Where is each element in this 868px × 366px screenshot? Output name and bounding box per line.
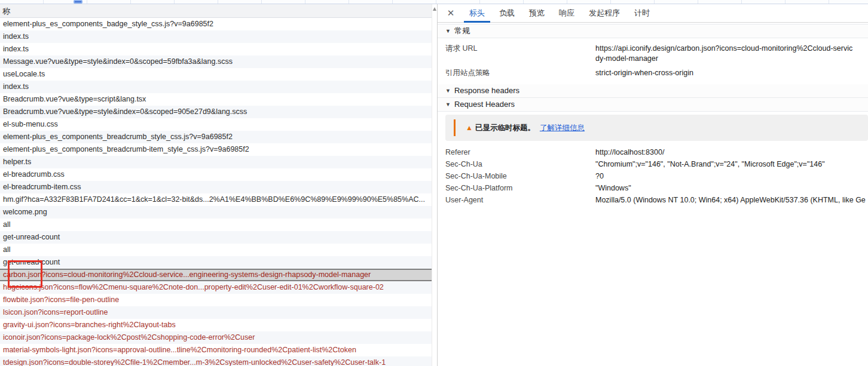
request-headers-list: Refererhttp://localhost:8300/Sec-Ch-Ua"C…: [438, 141, 868, 206]
header-name: Referer: [445, 146, 595, 158]
table-scrollbar[interactable]: [432, 4, 437, 366]
warning-accent-bar: [454, 119, 456, 136]
scroll-up-icon[interactable]: [433, 7, 436, 11]
table-row[interactable]: el-breadcrumb-item.css: [0, 181, 432, 193]
header-row: User-AgentMozilla/5.0 (Windows NT 10.0; …: [445, 194, 868, 206]
chevron-down-icon: ▼: [445, 98, 451, 111]
table-row[interactable]: el-sub-menu.css: [0, 118, 432, 131]
referrer-policy-label: 引用站点策略: [445, 68, 595, 78]
request-url-line1: https://api.iconify.design/carbon.json?i…: [595, 44, 868, 54]
warning-icon: ▲: [466, 124, 473, 132]
table-row[interactable]: Breadcrumb.vue?vue&type=style&index=0&sc…: [0, 106, 432, 118]
tab-计时[interactable]: 计时: [629, 4, 655, 23]
table-row[interactable]: get-unread-count: [0, 231, 432, 244]
section-response-headers[interactable]: ▼Response headers: [438, 84, 868, 98]
name-column-header[interactable]: 称: [0, 4, 432, 18]
table-row[interactable]: material-symbols-light.json?icons=approv…: [0, 344, 432, 356]
table-row[interactable]: useLocale.ts: [0, 68, 432, 81]
warning-text: 已显示临时标题。: [475, 123, 535, 133]
details-tabbar: ✕ 标头负载预览响应发起程序计时: [438, 4, 868, 23]
table-row[interactable]: iconoir.json?icons=package-lock%2Cpost%2…: [0, 331, 432, 344]
table-row[interactable]: Breadcrumb.vue?vue&type=script&lang.tsx: [0, 93, 432, 106]
chevron-down-icon: ▼: [445, 84, 451, 97]
header-row: Refererhttp://localhost:8300/: [445, 146, 868, 158]
tab-标头[interactable]: 标头: [464, 4, 490, 23]
table-row[interactable]: hugeicons.json?icons=flow%2Cmenu-square%…: [0, 281, 432, 294]
request-table-body: element-plus_es_components_badge_style_c…: [0, 18, 432, 366]
request-details-panel: ✕ 标头负载预览响应发起程序计时 ▼常规 请求 URL https://api.…: [437, 4, 868, 366]
table-row[interactable]: index.ts: [0, 43, 432, 56]
tab-负载[interactable]: 负载: [494, 4, 520, 23]
header-value: "Windows": [595, 182, 868, 194]
tab-发起程序[interactable]: 发起程序: [583, 4, 625, 23]
table-row[interactable]: welcome.png: [0, 206, 432, 219]
general-fields: 请求 URL https://api.iconify.design/carbon…: [438, 38, 868, 84]
table-row[interactable]: lsicon.json?icons=report-outline: [0, 306, 432, 319]
tab-响应[interactable]: 响应: [554, 4, 580, 23]
section-request-headers-title: Request Headers: [454, 100, 515, 109]
referrer-policy-row: 引用站点策略 strict-origin-when-cross-origin: [445, 68, 868, 78]
table-row[interactable]: tdesign.json?icons=double-storey%2Cfile-…: [0, 356, 432, 366]
top-strip: [0, 0, 868, 4]
close-icon[interactable]: ✕: [443, 5, 459, 21]
header-row: Sec-Ch-Ua-Platform"Windows": [445, 182, 868, 194]
table-row[interactable]: element-plus_es_components_badge_style_c…: [0, 18, 432, 30]
table-row[interactable]: flowbite.json?icons=file-pen-outline: [0, 294, 432, 306]
blue-marker: [74, 0, 82, 4]
header-name: User-Agent: [445, 194, 595, 206]
header-value: ?0: [595, 170, 868, 182]
header-name: Sec-Ch-Ua: [445, 158, 595, 170]
request-url-label: 请求 URL: [445, 44, 595, 64]
header-name: Sec-Ch-Ua-Mobile: [445, 170, 595, 182]
table-row[interactable]: helper.ts: [0, 156, 432, 168]
section-general[interactable]: ▼常规: [438, 24, 868, 38]
request-url-row: 请求 URL https://api.iconify.design/carbon…: [445, 44, 868, 64]
learn-more-link[interactable]: 了解详细信息: [540, 123, 585, 133]
table-row[interactable]: hm.gif?hca=A332F83B1FA7D241&cc=1&ck=1&cl…: [0, 193, 432, 206]
header-row: Sec-Ch-Ua-Mobile?0: [445, 170, 868, 182]
referrer-policy-value: strict-origin-when-cross-origin: [595, 68, 868, 78]
table-row[interactable]: el-breadcrumb.css: [0, 168, 432, 181]
header-name: Sec-Ch-Ua-Platform: [445, 182, 595, 194]
section-request-headers[interactable]: ▼Request Headers: [438, 98, 868, 112]
network-request-table: 称 element-plus_es_components_badge_style…: [0, 4, 432, 366]
request-url-value: https://api.iconify.design/carbon.json?i…: [595, 44, 868, 64]
header-row: Sec-Ch-Ua"Chromium";v="146", "Not-A.Bran…: [445, 158, 868, 170]
table-row[interactable]: index.ts: [0, 30, 432, 43]
header-value: "Chromium";v="146", "Not-A.Brand";v="24"…: [595, 158, 868, 170]
table-row[interactable]: all: [0, 244, 432, 256]
table-row[interactable]: element-plus_es_components_breadcrumb_st…: [0, 131, 432, 143]
section-response-headers-title: Response headers: [454, 86, 519, 95]
table-row[interactable]: carbon.json?icons=cloud-monitoring%2Cclo…: [0, 269, 432, 281]
header-value: http://localhost:8300/: [595, 146, 868, 158]
request-url-line2: dy-model-manager: [595, 54, 868, 64]
provisional-headers-warning: ▲ 已显示临时标题。 了解详细信息: [445, 115, 868, 141]
tab-预览[interactable]: 预览: [524, 4, 550, 23]
table-row[interactable]: index.ts: [0, 81, 432, 93]
table-row[interactable]: all: [0, 219, 432, 231]
section-general-title: 常规: [454, 26, 470, 35]
table-row[interactable]: Message.vue?vue&type=style&index=0&scope…: [0, 56, 432, 68]
header-value: Mozilla/5.0 (Windows NT 10.0; Win64; x64…: [595, 194, 868, 206]
chevron-down-icon: ▼: [445, 24, 451, 38]
table-row[interactable]: element-plus_es_components_breadcrumb-it…: [0, 143, 432, 156]
table-row[interactable]: gravity-ui.json?icons=branches-right%2Cl…: [0, 319, 432, 331]
table-row[interactable]: get-unread-count: [0, 256, 432, 269]
